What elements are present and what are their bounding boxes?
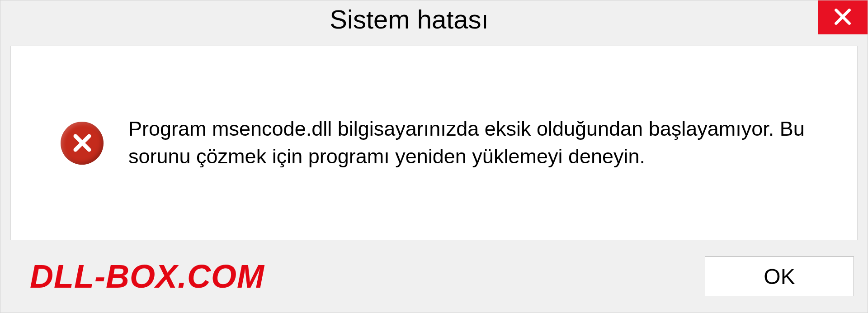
watermark-text: DLL-BOX.COM — [30, 258, 264, 295]
ok-button[interactable]: OK — [705, 256, 854, 296]
dialog-footer: DLL-BOX.COM OK — [0, 249, 868, 313]
titlebar: Sistem hatası — [0, 0, 868, 41]
dialog-title: Sistem hatası — [0, 0, 818, 34]
error-icon — [61, 122, 104, 165]
content-panel: Program msencode.dll bilgisayarınızda ek… — [10, 46, 858, 240]
close-icon — [833, 7, 853, 28]
close-button[interactable] — [818, 0, 868, 34]
error-dialog: Sistem hatası Program msencode.dll bilgi… — [0, 0, 868, 313]
error-message: Program msencode.dll bilgisayarınızda ek… — [128, 115, 821, 171]
